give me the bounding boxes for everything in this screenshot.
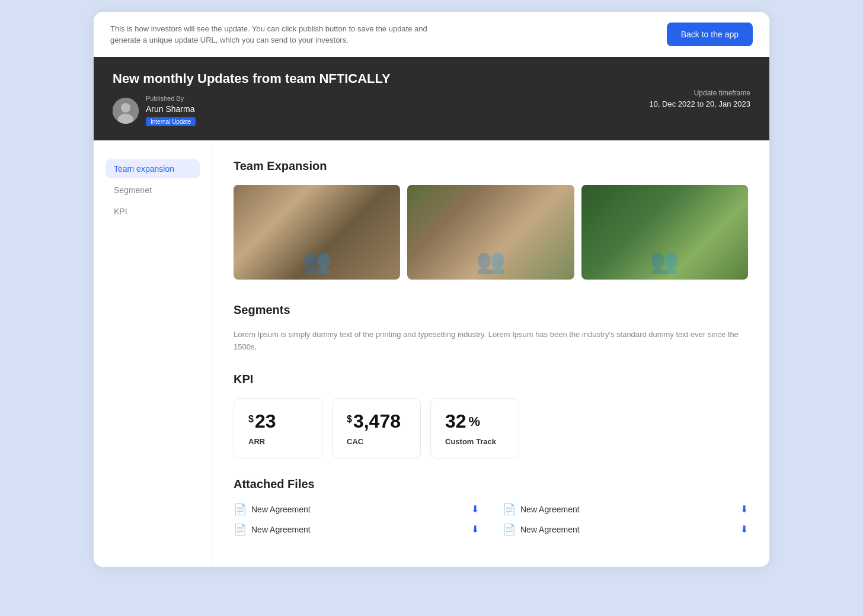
kpi-custom-value: 32 % [445,410,504,432]
team-photo-2 [407,185,574,280]
kpi-custom-label: Custom Track [445,437,504,446]
file-left-3: 📄 New Agreement [234,523,311,536]
kpi-title: KPI [234,373,748,386]
team-photo-3 [581,185,748,280]
kpi-cac-currency: $ [347,414,352,425]
kpi-section: KPI $ 23 ARR $ 3,478 [234,373,748,458]
dark-header: New monthly Updates from team NFTICALLY … [94,57,769,140]
file-row-1: 📄 New Agreement ⬇ [234,503,479,516]
svg-point-1 [121,103,130,113]
segments-description: Lorem Ipsum is simply dummy text of the … [234,329,748,354]
kpi-arr-number: 23 [255,410,276,432]
avatar [113,98,139,124]
avatar-image [113,98,139,124]
file-icon-1: 📄 [234,503,247,516]
kpi-cac-label: CAC [347,437,406,446]
photo-grid [234,185,748,280]
kpi-arr-value: $ 23 [248,410,308,432]
sidebar-item-team-expansion[interactable]: Team expansion [106,159,200,178]
kpi-arr-label: ARR [248,437,308,446]
segments-section: Segments Lorem Ipsum is simply dummy tex… [234,303,748,354]
files-title: Attached Files [234,477,748,491]
file-left-4: 📄 New Agreement [503,523,580,536]
kpi-cac-value: $ 3,478 [347,410,406,432]
sidebar-item-segment[interactable]: Segmenet [106,181,200,200]
file-left-1: 📄 New Agreement [234,503,311,516]
main-container: This is how investors will see the updat… [94,12,769,567]
file-row-4: 📄 New Agreement ⬇ [503,523,748,536]
team-expansion-title: Team Expansion [234,159,748,173]
file-name-1: New Agreement [251,505,311,514]
header-left: New monthly Updates from team NFTICALLY … [113,71,391,126]
author-name: Arun Sharma [146,104,196,114]
kpi-arr-currency: $ [248,414,254,425]
file-name-4: New Agreement [520,525,580,534]
kpi-card-cac: $ 3,478 CAC [332,398,421,458]
timeframe-value: 10, Dec 2022 to 20, Jan 2023 [649,100,750,108]
kpi-custom-number: 32 [445,410,466,432]
team-photo-1 [234,185,400,280]
internal-badge: Internal Update [146,117,196,126]
file-left-2: 📄 New Agreement [503,503,580,516]
download-icon-2[interactable]: ⬇ [740,503,748,515]
file-icon-3: 📄 [234,523,247,536]
header-right: Update timeframe 10, Dec 2022 to 20, Jan… [649,89,750,108]
published-by-label: Published By [146,95,196,102]
sidebar-item-kpi[interactable]: KPI [106,202,200,221]
file-name-3: New Agreement [251,525,311,534]
segments-title: Segments [234,303,748,317]
files-section: Attached Files 📄 New Agreement ⬇ 📄 New A… [234,477,748,536]
timeframe-label: Update timeframe [649,89,750,97]
kpi-card-custom: 32 % Custom Track [430,398,519,458]
file-name-2: New Agreement [520,505,580,514]
kpi-card-arr: $ 23 ARR [234,398,322,458]
main-content: Team expansion Segmenet KPI Team Expansi… [94,140,769,567]
file-icon-4: 📄 [503,523,516,536]
back-to-app-button[interactable]: Back to the app [667,23,753,46]
author-info: Published By Arun Sharma Internal Update [146,95,196,126]
file-icon-2: 📄 [503,503,516,516]
header-title: New monthly Updates from team NFTICALLY [113,71,391,86]
download-icon-1[interactable]: ⬇ [471,503,479,515]
author-row: Published By Arun Sharma Internal Update [113,95,391,126]
download-icon-4[interactable]: ⬇ [740,524,748,535]
file-row-3: 📄 New Agreement ⬇ [234,523,479,536]
info-bar: This is how investors will see the updat… [94,12,769,57]
content-area: Team Expansion Segments Lorem Ipsum is s… [212,140,769,567]
kpi-cards: $ 23 ARR $ 3,478 CAC [234,398,748,458]
file-row-2: 📄 New Agreement ⬇ [503,503,748,516]
kpi-cac-number: 3,478 [353,410,401,432]
download-icon-3[interactable]: ⬇ [471,524,479,535]
kpi-custom-percent: % [469,414,481,429]
info-bar-text: This is how investors will see the updat… [110,23,442,46]
files-grid: 📄 New Agreement ⬇ 📄 New Agreement ⬇ [234,503,748,536]
sidebar: Team expansion Segmenet KPI [94,140,212,567]
